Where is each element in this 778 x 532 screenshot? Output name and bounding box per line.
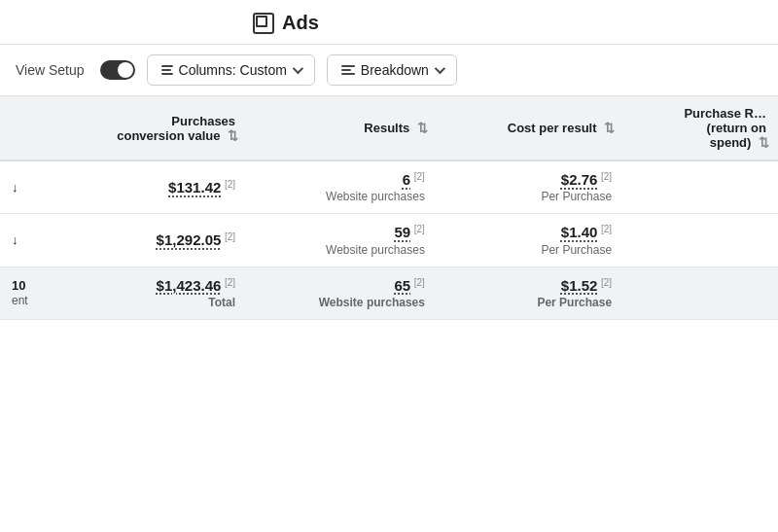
cost-sub-2: Per Purchase <box>448 243 612 257</box>
total-results-ref: [2] <box>414 277 425 288</box>
toolbar: View Setup Columns: Custom Breakdown <box>0 45 778 96</box>
total-cost-ref: [2] <box>601 277 612 288</box>
results-sub-1: Website purchases <box>259 190 425 203</box>
col-header-purchase-roas[interactable]: Purchase R…(return onspend) ⇅ <box>623 96 778 160</box>
cost-ref-2: [2] <box>601 224 612 234</box>
row-roas-2 <box>623 214 778 266</box>
breakdown-button-label: Breakdown <box>361 62 429 78</box>
results-sub-2: Website purchases <box>259 243 425 257</box>
data-table: Purchasesconversion value ⇅ Results ⇅ Co… <box>0 96 778 320</box>
total-results-value: 65 <box>394 277 410 294</box>
row-results-2: 59 [2] Website purchases <box>247 214 437 266</box>
row-arrow-1[interactable]: ↓ <box>0 160 40 214</box>
purchases-cv-value-1: $131.42 <box>168 179 221 195</box>
row-purchases-cv-1: $131.42 [2] <box>40 160 247 214</box>
toggle-knob <box>118 62 133 78</box>
row-arrow-2[interactable]: ↓ <box>0 214 40 266</box>
total-results: 65 [2] Website purchases <box>247 266 437 319</box>
columns-button-label: Columns: Custom <box>179 62 287 78</box>
col-header-roas-label: Purchase R…(return onspend) <box>684 106 766 150</box>
total-results-sub: Website purchases <box>259 296 425 309</box>
col-header-purchases-cv[interactable]: Purchasesconversion value ⇅ <box>40 96 247 160</box>
cost-sub-1: Per Purchase <box>448 190 612 203</box>
table-header-row: Purchasesconversion value ⇅ Results ⇅ Co… <box>0 96 778 160</box>
total-cost-value: $1.52 <box>561 277 598 294</box>
cost-ref-1: [2] <box>601 171 612 182</box>
breakdown-icon <box>341 65 355 75</box>
table-row: ↓ $1,292.05 [2] 59 [2] Website purchases… <box>0 214 778 266</box>
col-header-results[interactable]: Results ⇅ <box>247 96 437 160</box>
columns-button[interactable]: Columns: Custom <box>147 54 315 86</box>
cost-value-2: $1.40 <box>561 225 598 241</box>
col-header-purchases-cv-label: Purchasesconversion value <box>117 114 235 143</box>
purchases-cv-value-2: $1,292.05 <box>157 232 222 249</box>
results-value-2: 59 <box>394 225 410 241</box>
columns-icon <box>161 65 173 75</box>
total-purchases-cv-ref: [2] <box>225 277 235 288</box>
total-purchases-cv-sub: Total <box>52 296 235 309</box>
breakdown-chevron-icon <box>435 63 445 74</box>
results-ref-2: [2] <box>414 224 425 234</box>
total-purchases-cv: $1,423.46 [2] Total <box>40 266 247 319</box>
cost-value-1: $2.76 <box>561 171 598 188</box>
total-cost-sub: Per Purchase <box>448 296 612 309</box>
row-results-1: 6 [2] Website purchases <box>247 160 437 214</box>
results-ref-1: [2] <box>414 171 425 182</box>
columns-chevron-icon <box>293 63 303 74</box>
data-table-wrap: Purchasesconversion value ⇅ Results ⇅ Co… <box>0 96 778 320</box>
total-purchases-cv-value: $1,423.46 <box>157 277 222 294</box>
row-roas-1 <box>623 160 778 214</box>
total-roas <box>623 266 778 319</box>
sort-icon-purchases-cv[interactable]: ⇅ <box>228 128 235 136</box>
total-cost: $1.52 [2] Per Purchase <box>437 266 623 319</box>
sort-icon-results[interactable]: ⇅ <box>417 121 425 128</box>
row-cost-2: $1.40 [2] Per Purchase <box>437 214 623 266</box>
col-header-cost-per-result[interactable]: Cost per result ⇅ <box>437 96 623 160</box>
total-count: 10 <box>12 278 25 293</box>
row-cost-1: $2.76 [2] Per Purchase <box>437 160 623 214</box>
row-purchases-cv-2: $1,292.05 [2] <box>40 214 247 266</box>
total-label-ent: ent <box>12 294 28 307</box>
table-total-row: 10 ent $1,423.46 [2] Total 65 [2] Websit… <box>0 266 778 319</box>
page-title: Ads <box>282 12 319 34</box>
view-setup-label: View Setup <box>16 62 85 78</box>
sort-icon-roas[interactable]: ⇅ <box>759 135 766 143</box>
top-bar: Ads <box>0 0 778 45</box>
table-row: ↓ $131.42 [2] 6 [2] Website purchases $2… <box>0 160 778 214</box>
col-header-results-label: Results <box>364 121 409 135</box>
purchases-cv-ref-1: [2] <box>225 179 235 190</box>
results-value-1: 6 <box>403 171 410 188</box>
purchases-cv-ref-2: [2] <box>225 231 235 242</box>
breakdown-button[interactable]: Breakdown <box>327 54 457 86</box>
sort-icon-cost[interactable]: ⇅ <box>604 121 612 128</box>
total-arrow: 10 ent <box>0 266 40 319</box>
view-setup-toggle[interactable] <box>100 60 135 80</box>
ads-window-icon <box>253 13 274 34</box>
col-header-arrow <box>0 96 40 160</box>
col-header-cost-label: Cost per result <box>508 121 597 135</box>
